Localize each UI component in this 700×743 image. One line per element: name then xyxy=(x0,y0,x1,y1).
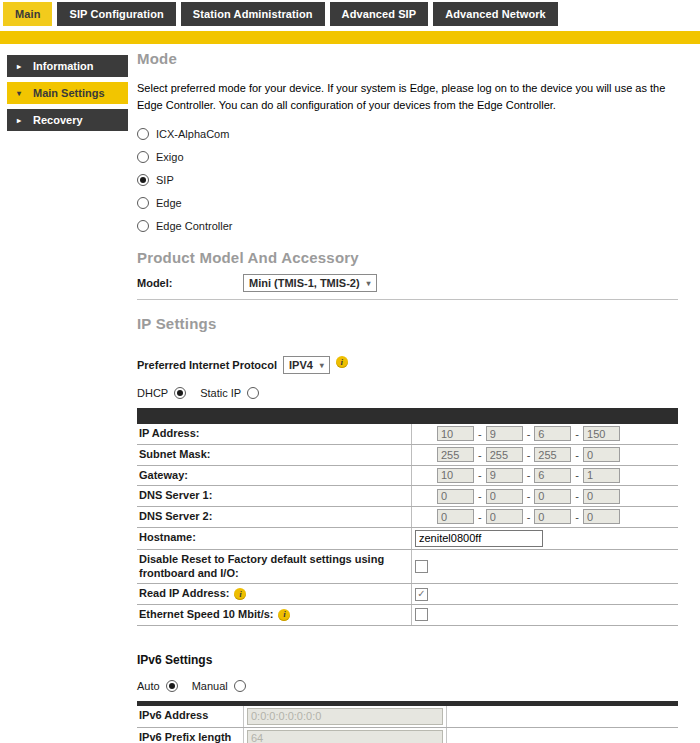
radio-label: Edge Controller xyxy=(156,220,232,232)
sidebar-item-recovery[interactable]: ▸ Recovery xyxy=(7,109,128,131)
radio-label: Exigo xyxy=(156,151,184,163)
table-row: Gateway: - - - xyxy=(137,466,678,487)
dash-separator: - xyxy=(478,469,482,481)
disable-reset-checkbox[interactable]: ✓ xyxy=(415,560,428,573)
dns1-octet-2 xyxy=(486,489,523,504)
dash-separator: - xyxy=(575,469,579,481)
info-icon[interactable]: i xyxy=(336,356,348,368)
tab-sip-configuration[interactable]: SIP Configuration xyxy=(57,2,175,26)
ipv6-address-label: IPv6 Address xyxy=(137,706,243,726)
ip-settings-heading: IP Settings xyxy=(137,315,678,332)
disable-reset-label: Disable Reset to Factory default setting… xyxy=(137,550,411,584)
preferred-protocol-label: Preferred Internet Protocol xyxy=(137,359,277,371)
dns1-octet-1 xyxy=(437,489,474,504)
ipv6-auto-manual-row: Auto Manual xyxy=(137,680,678,692)
sidebar-item-label: Information xyxy=(33,60,94,72)
dash-separator: - xyxy=(575,490,579,502)
table-row: IPv6 Prefix length xyxy=(137,728,678,743)
model-select[interactable]: Mini (TMIS-1, TMIS-2) ▾ xyxy=(243,274,377,292)
protocol-select[interactable]: IPV4 ▾ xyxy=(283,356,330,374)
auto-label: Auto xyxy=(137,680,160,692)
ip-address-octet-2 xyxy=(486,426,523,441)
ethernet-speed-label: Ethernet Speed 10 Mbit/s: xyxy=(139,608,273,622)
dash-separator: - xyxy=(527,490,531,502)
gateway-label: Gateway: xyxy=(137,466,411,486)
radio-label: SIP xyxy=(156,174,174,186)
radio-icon[interactable] xyxy=(137,197,149,209)
dash-separator: - xyxy=(575,449,579,461)
sidebar-item-label: Recovery xyxy=(33,114,83,126)
model-select-value: Mini (TMIS-1, TMIS-2) xyxy=(249,277,360,289)
ip-address-octet-4 xyxy=(583,426,620,441)
mode-option-exigo[interactable]: Exigo xyxy=(137,151,678,163)
chevron-down-icon: ▾ xyxy=(320,361,324,370)
model-row: Model: Mini (TMIS-1, TMIS-2) ▾ xyxy=(137,274,678,300)
radio-icon[interactable] xyxy=(137,174,149,186)
tab-station-administration[interactable]: Station Administration xyxy=(181,2,325,26)
ipv6-prefix-length-input xyxy=(247,730,443,743)
radio-label: ICX-AlphaCom xyxy=(156,128,229,140)
dns2-octet-3 xyxy=(534,509,571,524)
dhcp-radio[interactable] xyxy=(174,387,186,399)
dash-separator: - xyxy=(575,428,579,440)
static-ip-radio[interactable] xyxy=(247,387,259,399)
accent-band xyxy=(0,31,700,44)
table-row: DNS Server 1: - - - xyxy=(137,486,678,507)
dhcp-static-row: DHCP Static IP xyxy=(137,387,678,399)
device-config-page: Main SIP Configuration Station Administr… xyxy=(0,0,700,743)
radio-icon[interactable] xyxy=(137,128,149,140)
sidebar-item-main-settings[interactable]: ▾ Main Settings xyxy=(7,82,128,104)
ipv6-manual-radio[interactable] xyxy=(234,680,246,692)
chevron-right-icon: ▸ xyxy=(17,62,25,71)
dns1-octet-3 xyxy=(534,489,571,504)
check-icon: ✓ xyxy=(417,589,425,599)
mode-description: Select preferred mode for your device. I… xyxy=(137,80,693,114)
hostname-label: Hostname: xyxy=(137,528,411,548)
ipv6-settings-table: IPv6 Address IPv6 Prefix length IPv6 DNS… xyxy=(137,701,678,743)
dhcp-label: DHCP xyxy=(137,387,168,399)
sidebar-item-information[interactable]: ▸ Information xyxy=(7,55,128,77)
tab-advanced-network[interactable]: Advanced Network xyxy=(433,2,558,26)
ip-address-label: IP Address: xyxy=(137,424,411,444)
hostname-input[interactable] xyxy=(415,530,543,547)
subnet-mask-octet-2 xyxy=(486,447,523,462)
mode-option-icx-alphacom[interactable]: ICX-AlphaCom xyxy=(137,128,678,140)
radio-icon[interactable] xyxy=(137,220,149,232)
info-icon[interactable]: i xyxy=(278,609,290,621)
mode-heading: Mode xyxy=(137,50,678,67)
ipv6-auto-radio[interactable] xyxy=(166,680,178,692)
radio-icon[interactable] xyxy=(137,151,149,163)
mode-option-edge-controller[interactable]: Edge Controller xyxy=(137,220,678,232)
chevron-right-icon: ▸ xyxy=(17,116,25,125)
tab-advanced-sip[interactable]: Advanced SIP xyxy=(330,2,429,26)
protocol-select-value: IPV4 xyxy=(289,359,313,371)
mode-options: ICX-AlphaCom Exigo SIP Edge Edge Control… xyxy=(137,128,678,232)
model-label: Model: xyxy=(137,277,243,289)
ip-address-octet-1 xyxy=(437,426,474,441)
subnet-mask-octet-1 xyxy=(437,447,474,462)
gateway-octet-3 xyxy=(534,468,571,483)
table-row: DNS Server 2: - - - xyxy=(137,507,678,528)
dash-separator: - xyxy=(478,511,482,523)
table-header-bar xyxy=(137,408,678,424)
dash-separator: - xyxy=(527,469,531,481)
ethernet-speed-checkbox[interactable]: ✓ xyxy=(415,608,428,621)
tab-main[interactable]: Main xyxy=(3,2,52,26)
dash-separator: - xyxy=(478,449,482,461)
subnet-mask-octet-3 xyxy=(534,447,571,462)
mode-option-edge[interactable]: Edge xyxy=(137,197,678,209)
table-row: Disable Reset to Factory default setting… xyxy=(137,550,678,585)
read-ip-address-label: Read IP Address: xyxy=(139,587,229,601)
dns2-octet-2 xyxy=(486,509,523,524)
main-content: Mode Select preferred mode for your devi… xyxy=(137,44,678,743)
dash-separator: - xyxy=(527,511,531,523)
dash-separator: - xyxy=(478,428,482,440)
static-ip-label: Static IP xyxy=(200,387,241,399)
read-ip-address-checkbox[interactable]: ✓ xyxy=(415,588,428,601)
mode-option-sip[interactable]: SIP xyxy=(137,174,678,186)
table-row: Ethernet Speed 10 Mbit/s: i ✓ xyxy=(137,605,678,626)
info-icon[interactable]: i xyxy=(234,588,246,600)
dash-separator: - xyxy=(527,449,531,461)
top-tab-bar: Main SIP Configuration Station Administr… xyxy=(0,0,700,26)
dns1-octet-4 xyxy=(583,489,620,504)
